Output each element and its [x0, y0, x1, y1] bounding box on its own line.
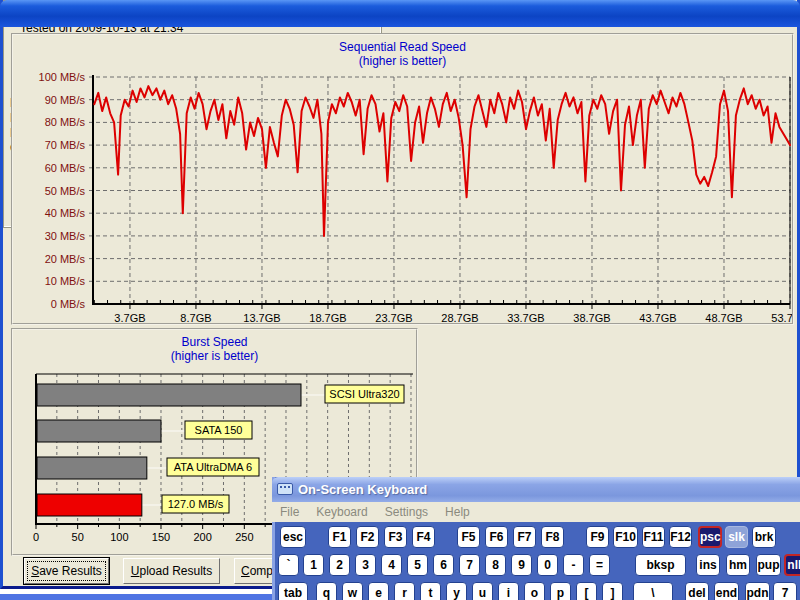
key-w[interactable]: w — [342, 582, 363, 600]
x-tick-label: 38.7GB — [573, 312, 610, 323]
key-psc[interactable]: psc — [698, 526, 722, 548]
key--[interactable]: - — [563, 554, 584, 576]
x-tick-label: 23.7GB — [375, 312, 412, 323]
key-p[interactable]: p — [550, 582, 571, 600]
osk-menubar: FileKeyboardSettingsHelp — [272, 502, 800, 522]
osk-row: tabqwertyuiop[]\delendpdn7 — [275, 582, 800, 600]
key-q[interactable]: q — [316, 582, 337, 600]
y-tick-label: 0 MB/s — [51, 298, 86, 310]
key-F1[interactable]: F1 — [328, 526, 351, 548]
key-hm[interactable]: hm — [726, 554, 750, 576]
screen: HD Tach version 3.0.4.0 - For non-commer… — [0, 0, 800, 600]
key-i[interactable]: i — [498, 582, 519, 600]
focus-rect — [27, 561, 106, 581]
upload-results-button[interactable]: Upload Results — [123, 558, 220, 584]
key-][interactable]: ] — [602, 582, 623, 600]
x-tick-label: 8.7GB — [180, 312, 211, 323]
osk-menu-settings[interactable]: Settings — [385, 502, 428, 522]
key-5[interactable]: 5 — [407, 554, 428, 576]
key-F8[interactable]: F8 — [541, 526, 564, 548]
key-F6[interactable]: F6 — [485, 526, 508, 548]
key-7[interactable]: 7 — [773, 582, 797, 600]
burst-x-tick-label: 200 — [193, 531, 211, 543]
key-t[interactable]: t — [420, 582, 441, 600]
key-tab[interactable]: tab — [278, 582, 308, 600]
x-tick-label: 33.7GB — [507, 312, 544, 323]
key-u[interactable]: u — [472, 582, 493, 600]
y-tick-label: 30 MB/s — [45, 230, 86, 242]
key-2[interactable]: 2 — [329, 554, 350, 576]
osk-row: escF1F2F3F4F5F6F7F8F9F10F11F12pscslkbrk — [275, 526, 800, 548]
key-F10[interactable]: F10 — [613, 526, 638, 548]
burst-x-tick-label: 100 — [110, 531, 128, 543]
x-tick-label: 53.7GB — [771, 312, 792, 323]
key-F3[interactable]: F3 — [384, 526, 407, 548]
key-F4[interactable]: F4 — [412, 526, 435, 548]
key-4[interactable]: 4 — [381, 554, 402, 576]
osk-menu-file[interactable]: File — [280, 502, 299, 522]
osk-window-title: On-Screen Keyboard — [298, 482, 427, 497]
key-end[interactable]: end — [714, 582, 739, 600]
key-pup[interactable]: pup — [756, 554, 781, 576]
key-slk[interactable]: slk — [725, 526, 748, 548]
x-tick-label: 13.7GB — [243, 312, 280, 323]
key-9[interactable]: 9 — [511, 554, 532, 576]
x-tick-label: 28.7GB — [441, 312, 478, 323]
key-F9[interactable]: F9 — [586, 526, 609, 548]
x-tick-label: 43.7GB — [639, 312, 676, 323]
burst-bar — [37, 457, 147, 479]
key-F12[interactable]: F12 — [669, 526, 692, 548]
key-F2[interactable]: F2 — [356, 526, 379, 548]
key-o[interactable]: o — [524, 582, 545, 600]
key-brk[interactable]: brk — [752, 526, 776, 548]
key-`[interactable]: ` — [278, 554, 299, 576]
key-del[interactable]: del — [685, 582, 709, 600]
key-1[interactable]: 1 — [303, 554, 324, 576]
osk-menu-keyboard[interactable]: Keyboard — [316, 502, 367, 522]
key-=[interactable]: = — [589, 554, 610, 576]
bar-label: SCSI Ultra320 — [329, 388, 399, 400]
key-\[interactable]: \ — [633, 582, 673, 600]
y-tick-label: 70 MB/s — [45, 139, 86, 151]
key-e[interactable]: e — [368, 582, 389, 600]
bar-label: 127.0 MB/s — [168, 498, 224, 510]
osk-row: `1234567890-=bkspinshmpupnlk — [275, 554, 800, 576]
osk-titlebar[interactable]: On-Screen Keyboard — [272, 477, 800, 502]
key-r[interactable]: r — [394, 582, 415, 600]
key-[[interactable]: [ — [576, 582, 597, 600]
burst-bar — [37, 494, 142, 516]
sequential-read-panel: Sequential Read Speed (higher is better)… — [11, 33, 794, 325]
burst-x-tick-label: 0 — [33, 531, 39, 543]
key-8[interactable]: 8 — [485, 554, 506, 576]
y-tick-label: 90 MB/s — [45, 94, 86, 106]
key-0[interactable]: 0 — [537, 554, 558, 576]
y-tick-label: 50 MB/s — [45, 185, 86, 197]
keyboard-icon — [277, 483, 293, 495]
key-pdn[interactable]: pdn — [745, 582, 770, 600]
key-y[interactable]: y — [446, 582, 467, 600]
bar-label: ATA UltraDMA 6 — [174, 461, 252, 473]
y-tick-label: 40 MB/s — [45, 207, 86, 219]
key-bksp[interactable]: bksp — [635, 554, 686, 576]
save-results-button[interactable]: Save Results — [24, 558, 109, 584]
key-3[interactable]: 3 — [355, 554, 376, 576]
key-nlk[interactable]: nlk — [784, 554, 800, 576]
burst-x-tick-label: 150 — [152, 531, 170, 543]
hdtach-titlebar[interactable]: HD Tach version 3.0.4.0 - For non-commer… — [0, 0, 800, 27]
key-ins[interactable]: ins — [696, 554, 720, 576]
x-tick-label: 3.7GB — [114, 312, 145, 323]
key-F7[interactable]: F7 — [513, 526, 536, 548]
key-F5[interactable]: F5 — [457, 526, 480, 548]
key-F11[interactable]: F11 — [642, 526, 665, 548]
y-tick-label: 10 MB/s — [45, 275, 86, 287]
burst-bar — [37, 384, 301, 406]
key-7[interactable]: 7 — [459, 554, 480, 576]
x-tick-label: 18.7GB — [309, 312, 346, 323]
osk-menu-help[interactable]: Help — [445, 502, 470, 522]
key-6[interactable]: 6 — [433, 554, 454, 576]
bar-label: SATA 150 — [195, 424, 243, 436]
key-esc[interactable]: esc — [280, 526, 306, 548]
burst-x-tick-label: 50 — [72, 531, 84, 543]
burst-x-tick-label: 250 — [235, 531, 253, 543]
y-tick-label: 80 MB/s — [45, 116, 86, 128]
